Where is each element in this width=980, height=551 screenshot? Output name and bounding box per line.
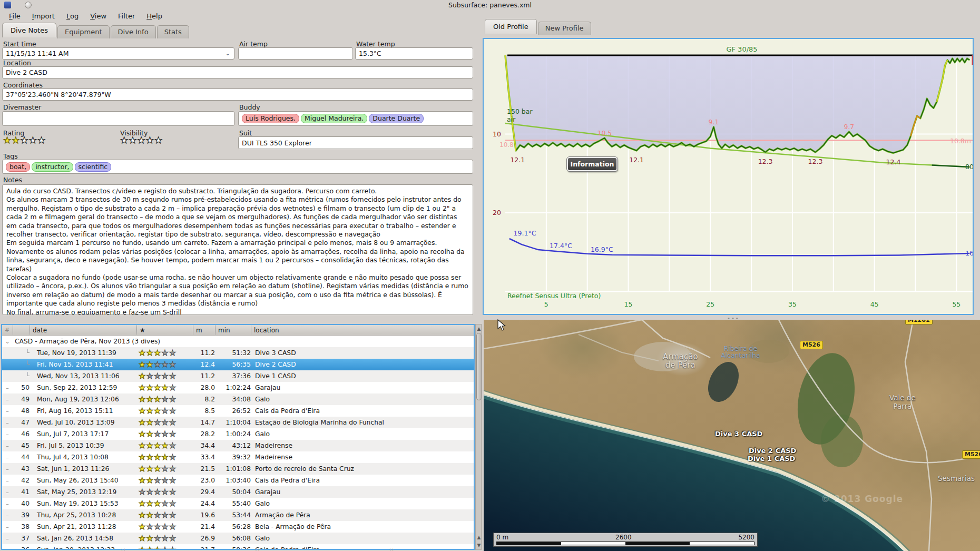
scrollbar-thumb[interactable] xyxy=(476,333,482,400)
notes-textarea[interactable]: Aula do curso CASD. Transectos c/video e… xyxy=(2,184,473,315)
scroll-up-icon[interactable]: ▲ xyxy=(476,534,482,541)
col-date[interactable]: date xyxy=(30,325,136,335)
map-place-label: Armação de Pêra xyxy=(663,352,698,369)
scroll-up-icon[interactable]: ▲ xyxy=(476,325,482,332)
window-title: Subsurface: paneves.xml xyxy=(0,0,980,9)
col-duration[interactable]: min xyxy=(215,325,251,335)
svg-text:25: 25 xyxy=(706,300,714,308)
tab-dive-info[interactable]: Dive Info xyxy=(111,25,156,38)
buddy-pill[interactable]: Duarte Duarte xyxy=(369,114,424,123)
dive-profile-chart[interactable]: GF 30/85102051525354555150 barair8010.81… xyxy=(483,38,974,315)
dive-row[interactable]: └Tue, Nov 19, 2013 11:39★★★★★11.251:32Di… xyxy=(2,347,474,359)
buddy-pill[interactable]: Miguel Madureira, xyxy=(301,114,367,123)
dive-row[interactable]: –43Sat, Jun 1, 2013 11:26★★★★★21.51:01:0… xyxy=(2,463,474,475)
dive-row[interactable]: –39Thu, Apr 25, 2013 10:28★★★★★19.653:44… xyxy=(2,509,474,521)
dive-row[interactable]: –37Sat, Jan 26, 2013 14:58★★★★★26.956:08… xyxy=(2,533,474,544)
svg-text:55: 55 xyxy=(952,300,961,308)
menu-help[interactable]: Help xyxy=(142,11,167,21)
dive-site-marker[interactable]: Dive 1 CASD xyxy=(748,455,795,463)
tag-pill[interactable]: scientific xyxy=(75,162,112,172)
left-tab-bar: Dive NotesEquipmentDive InfoStats xyxy=(2,23,190,36)
divemaster-label: Divemaster xyxy=(3,103,41,111)
tag-pill[interactable]: boat, xyxy=(6,162,30,172)
water-temp-label: Water temp xyxy=(356,40,395,48)
dive-site-marker[interactable]: Dive 2 CASD xyxy=(749,447,796,455)
map-place-label: Sesmarias xyxy=(938,474,975,483)
coordinates-field[interactable]: 37°05'23.460"N 8°20'47.879"W xyxy=(2,88,473,101)
svg-text:10.8m: 10.8m xyxy=(950,137,971,145)
tags-field[interactable]: boat,instructor,scientific xyxy=(2,160,473,174)
svg-text:150 bar: 150 bar xyxy=(507,107,533,115)
scale-zero: 0 m xyxy=(496,534,508,542)
col-rating[interactable]: ★ xyxy=(136,325,193,335)
col-depth[interactable]: m xyxy=(193,325,215,335)
buddy-field[interactable]: Luís Rodrigues,Miguel Madureira,Duarte D… xyxy=(238,111,473,126)
dive-row[interactable]: –49Mon, Aug 19, 2013 12:06★★★★★8.234:08G… xyxy=(2,393,474,405)
dive-row[interactable]: –50Sun, Sep 22, 2013 12:59★★★★★28.01:02:… xyxy=(2,382,474,393)
menu-log[interactable]: Log xyxy=(62,11,83,21)
map-place-label: Ribeira de Alcantarilha xyxy=(721,345,760,359)
tab-dive-notes[interactable]: Dive Notes xyxy=(2,23,56,37)
information-button[interactable]: Information xyxy=(567,157,618,171)
dive-row[interactable]: –42Sun, May 26, 2013 15:40★★★★★23.01:03:… xyxy=(2,475,474,486)
dive-list-header[interactable]: #date★mminlocation xyxy=(2,325,474,336)
svg-text:16: 16 xyxy=(965,249,973,257)
dive-trip-group-row[interactable]: ⌄CASD - Armação de Pêra, Nov 2013 (3 div… xyxy=(2,336,474,347)
splitter-dots[interactable]: ⁞⁞ ⁞⁞ ⁞⁞ xyxy=(121,547,395,551)
dive-row[interactable]: └Wed, Nov 13, 2013 11:06★★★★★11.237:36Di… xyxy=(2,370,474,382)
dive-row[interactable]: –40Sun, May 19, 2013 15:53★★★★★24.455:40… xyxy=(2,498,474,509)
scale-bar-segments xyxy=(496,542,754,545)
start-time-label: Start time xyxy=(3,40,36,48)
location-field[interactable]: Dive 2 CASD xyxy=(2,66,473,78)
dive-row[interactable]: –44Thu, Jul 4, 2013 10:08★★★★★33.439:32M… xyxy=(2,451,474,463)
col-location[interactable]: location xyxy=(251,325,474,335)
suit-label: Suit xyxy=(239,129,252,137)
svg-text:Reefnet Sensus Ultra (Preto): Reefnet Sensus Ultra (Preto) xyxy=(507,292,601,300)
dive-site-marker[interactable]: Dive 3 CASD xyxy=(715,430,762,438)
svg-text:air: air xyxy=(507,115,516,123)
svg-text:10.5: 10.5 xyxy=(597,129,612,137)
map-scale-bar: 0 m 2600 5200 xyxy=(493,533,758,547)
svg-text:12.3: 12.3 xyxy=(758,158,773,165)
rating-stars[interactable]: ★★★★★ xyxy=(3,136,46,145)
collapse-arrow-icon[interactable]: ⌄ xyxy=(2,338,13,345)
dive-row[interactable]: –46Sun, Jul 7, 2013 17:17★★★★★28.21:00:2… xyxy=(2,428,474,440)
svg-text:12.4: 12.4 xyxy=(886,158,901,166)
menu-import[interactable]: Import xyxy=(27,11,60,21)
chevron-down-icon[interactable]: ⌄ xyxy=(226,51,231,56)
scale-mid: 2600 xyxy=(615,534,632,542)
dive-row[interactable]: └Fri, Nov 15, 2013 11:41★★★★★12.456:35Di… xyxy=(2,359,474,370)
dive-row[interactable]: –48Fri, Aug 16, 2013 15:11★★★★★8.526:52C… xyxy=(2,405,474,417)
start-time-combo[interactable]: 11/15/13 11:41 AM ⌄ xyxy=(2,47,234,60)
tag-pill[interactable]: instructor, xyxy=(32,162,73,172)
divemaster-field[interactable] xyxy=(2,111,234,126)
svg-text:19.1°C: 19.1°C xyxy=(514,229,536,237)
dive-row[interactable]: –47Wed, Jul 10, 2013 13:09★★★★★14.71:10:… xyxy=(2,417,474,428)
tab-old-profile[interactable]: Old Profile xyxy=(485,19,537,34)
location-label: Location xyxy=(3,59,31,67)
suit-field[interactable]: DUI TLS 350 Explorer xyxy=(238,136,473,149)
dive-row[interactable]: –41Sat, May 25, 2013 12:19★★★★★29.450:04… xyxy=(2,486,474,498)
visibility-stars[interactable]: ★★★★★ xyxy=(120,136,163,145)
svg-text:35: 35 xyxy=(788,300,797,308)
air-temp-field[interactable] xyxy=(238,47,353,60)
dive-site-map[interactable]: © 2013 Google Armação de PêraRibeira de … xyxy=(484,320,980,551)
menu-file[interactable]: File xyxy=(4,11,25,21)
water-temp-field[interactable]: 15.3°C xyxy=(355,47,473,60)
dive-list-body: ⌄CASD - Armação de Pêra, Nov 2013 (3 div… xyxy=(2,336,474,550)
svg-text:17.4°C: 17.4°C xyxy=(550,242,572,250)
buddy-pill[interactable]: Luís Rodrigues, xyxy=(242,114,299,123)
scroll-down-icon[interactable]: ▼ xyxy=(476,542,482,549)
tab-stats[interactable]: Stats xyxy=(157,25,189,38)
tags-label: Tags xyxy=(3,152,18,160)
menu-view[interactable]: View xyxy=(85,11,111,21)
tab-equipment[interactable]: Equipment xyxy=(57,25,110,38)
road-badge: M526 xyxy=(800,341,823,349)
dive-row[interactable]: –38Sun, Apr 21, 2013 11:28★★★★★21.456:28… xyxy=(2,521,474,533)
menu-filter[interactable]: Filter xyxy=(113,11,140,21)
dive-row[interactable]: –45Fri, Jul 5, 2013 10:39★★★★★34.443:12M… xyxy=(2,440,474,451)
svg-text:20: 20 xyxy=(493,209,501,217)
tab-new-profile[interactable]: New Profile xyxy=(538,22,591,35)
svg-text:10: 10 xyxy=(493,130,501,138)
dive-list-scrollbar[interactable]: ▲ ▲ ▼ xyxy=(475,324,482,550)
